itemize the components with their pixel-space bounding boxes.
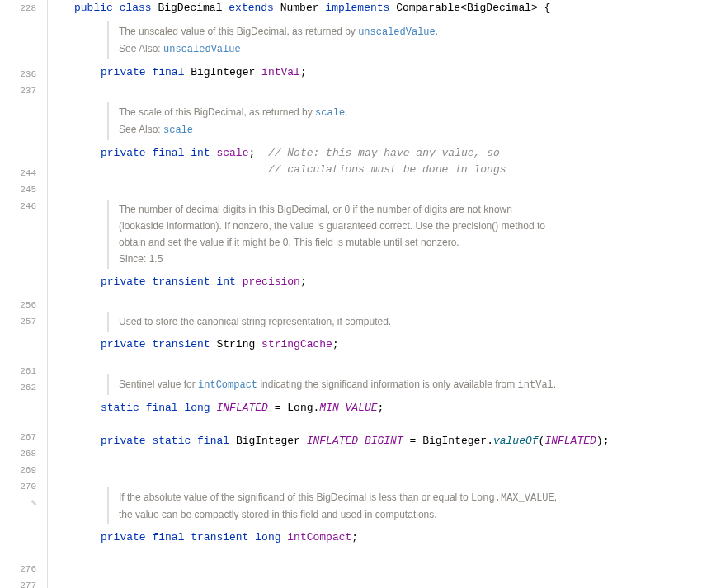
- keyword: private: [101, 338, 146, 350]
- constant: INFLATED_BIGINT: [307, 435, 403, 447]
- blank-line: [74, 290, 702, 307]
- identifier: stringCache: [261, 338, 332, 350]
- punct: ;: [300, 275, 307, 288]
- javadoc-precision[interactable]: The number of decimal digits in this Big…: [107, 200, 702, 269]
- keyword: long: [184, 402, 210, 414]
- line-number[interactable]: 269: [0, 462, 36, 478]
- line-number[interactable]: 262: [0, 379, 36, 396]
- type: BigInteger: [191, 66, 255, 78]
- punct: =: [403, 435, 422, 447]
- punct: ;: [351, 531, 358, 543]
- line-number: [0, 33, 36, 49]
- line-number: [0, 214, 36, 231]
- keyword: implements: [325, 2, 389, 14]
- field-inflated[interactable]: static final long INFLATED = Long.MIN_VA…: [74, 400, 702, 416]
- type: BigInteger: [422, 435, 487, 447]
- field-intval[interactable]: private final BigInteger intVal;: [74, 64, 702, 81]
- inline-comment-cont[interactable]: // calculations must be done in longs: [74, 162, 702, 178]
- punct: ;: [300, 66, 307, 78]
- line-number: [0, 346, 36, 363]
- line-number[interactable]: 267: [0, 429, 36, 445]
- line-number[interactable]: 244: [0, 165, 36, 181]
- blank-line: [74, 81, 702, 97]
- line-number: [0, 511, 36, 528]
- doc-text: indicating the significand information i…: [257, 379, 518, 390]
- line-number[interactable]: 276: [0, 561, 36, 577]
- structure-guide: [73, 0, 73, 588]
- field-intcompact[interactable]: private final transient long intCompact;: [74, 529, 702, 546]
- line-number[interactable]: 277: [0, 577, 36, 588]
- identifier: precision: [243, 275, 300, 288]
- doc-text: .: [554, 379, 556, 390]
- type: BigInteger: [236, 435, 300, 447]
- constant: INFLATED: [544, 435, 596, 447]
- class-declaration[interactable]: public class BigDecimal extends Number i…: [74, 0, 702, 16]
- doc-text: See Also:: [119, 43, 163, 54]
- keyword: long: [255, 531, 280, 543]
- line-number[interactable]: 237: [0, 82, 36, 99]
- keyword: int: [216, 275, 235, 288]
- keyword: private: [101, 147, 146, 159]
- line-number[interactable]: 256: [0, 297, 36, 313]
- javadoc-inflated[interactable]: Sentinel value for intCompact indicating…: [107, 374, 702, 395]
- field-stringcache[interactable]: private transient String stringCache;: [74, 336, 702, 353]
- line-number: [0, 148, 36, 165]
- line-number[interactable]: 236: [0, 66, 36, 82]
- doc-link[interactable]: intCompact: [198, 379, 257, 391]
- field-inflated-bigint[interactable]: private static final BigInteger INFLATED…: [74, 433, 702, 449]
- line-number[interactable]: 261: [0, 363, 36, 379]
- line-number: [0, 99, 36, 115]
- javadoc-intval[interactable]: The unscaled value of this BigDecimal, a…: [107, 21, 702, 59]
- keyword: static: [101, 402, 139, 414]
- doc-since: Since: 1.5: [119, 251, 702, 267]
- doc-text: Used to store the canonical string repre…: [119, 313, 702, 330]
- line-number: [0, 412, 36, 429]
- edit-icon[interactable]: ✎: [0, 495, 36, 511]
- doc-text: The unscaled value of this BigDecimal, a…: [119, 26, 358, 37]
- javadoc-stringcache[interactable]: Used to store the canonical string repre…: [107, 312, 702, 332]
- line-number[interactable]: 257: [0, 313, 36, 330]
- field-precision[interactable]: private transient int precision;: [74, 274, 702, 290]
- keyword: static: [152, 435, 191, 447]
- inline-comment: // calculations must be done in longs: [101, 163, 506, 176]
- javadoc-intcompact[interactable]: If the absolute value of the significand…: [107, 487, 702, 524]
- blank-line: [74, 466, 702, 482]
- keyword: transient: [152, 338, 210, 350]
- keyword: transient: [191, 531, 248, 543]
- line-number: [0, 396, 36, 412]
- line-number: [0, 115, 36, 132]
- line-number[interactable]: 268: [0, 445, 36, 462]
- line-number[interactable]: 270: [0, 478, 36, 495]
- keyword: public: [74, 2, 113, 14]
- javadoc-scale[interactable]: The scale of this BigDecimal, as returne…: [107, 102, 702, 140]
- constant: INFLATED: [216, 402, 267, 414]
- doc-link[interactable]: unscaledValue: [163, 44, 241, 55]
- line-number: [0, 264, 36, 280]
- line-number: [0, 544, 36, 561]
- line-number: [0, 247, 36, 264]
- keyword: final: [152, 66, 184, 78]
- doc-link[interactable]: unscaledValue: [358, 26, 436, 38]
- keyword: final: [152, 147, 184, 159]
- identifier: scale: [216, 147, 248, 159]
- doc-link[interactable]: scale: [163, 125, 193, 136]
- doc-code: Long.MAX_VALUE: [471, 492, 554, 504]
- keyword: private: [101, 275, 146, 288]
- line-number[interactable]: 246: [0, 198, 36, 214]
- blank-line: [74, 353, 702, 369]
- doc-link[interactable]: scale: [315, 107, 345, 119]
- type: String: [216, 338, 255, 350]
- punct: =: [268, 402, 287, 414]
- code-content[interactable]: public class BigDecimal extends Number i…: [48, 0, 702, 588]
- line-number: [0, 280, 36, 297]
- doc-text: .: [436, 26, 438, 37]
- keyword: private: [101, 435, 146, 447]
- superclass: Number: [280, 2, 319, 14]
- line-number[interactable]: 228: [0, 0, 36, 16]
- line-number: [0, 231, 36, 247]
- keyword: private: [101, 66, 146, 78]
- doc-text: The number of decimal digits in this Big…: [119, 201, 702, 218]
- keyword: int: [191, 147, 210, 159]
- line-number[interactable]: 245: [0, 181, 36, 198]
- field-scale[interactable]: private final int scale; // Note: this m…: [74, 145, 702, 162]
